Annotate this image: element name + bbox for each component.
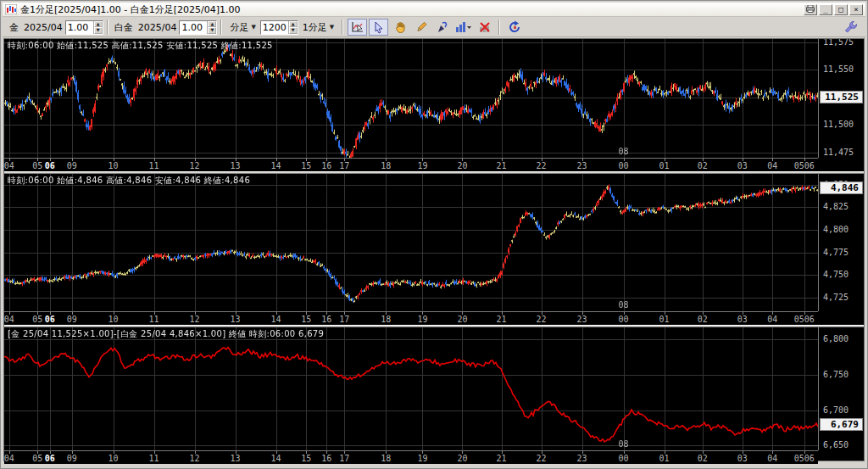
x-axis-label: 11 bbox=[149, 161, 159, 170]
x-axis-label: 02 bbox=[698, 454, 708, 463]
x-axis-label: 06 bbox=[45, 454, 55, 463]
gold-multiplier-stepper[interactable]: 1.00 ▲▼ bbox=[65, 20, 103, 35]
y-axis-label: 4,750 bbox=[823, 270, 849, 279]
bar-type-dropdown[interactable]: 分足 ▼ bbox=[227, 20, 258, 35]
select-arrow-icon bbox=[372, 20, 386, 34]
gold-label: 金 bbox=[9, 21, 19, 34]
date-label: 08 bbox=[619, 439, 629, 449]
x-axis-label: 04 bbox=[767, 161, 777, 170]
print-button[interactable] bbox=[804, 4, 817, 15]
chart-cursor-button[interactable] bbox=[348, 19, 367, 36]
chart-style-button[interactable] bbox=[453, 19, 473, 36]
toolbar-separator bbox=[342, 20, 343, 35]
y-axis-label: 11,500 bbox=[823, 120, 854, 129]
maximize-button[interactable]: □ bbox=[834, 4, 848, 15]
bar-count-value[interactable]: 1200 bbox=[261, 21, 288, 34]
x-axis-label: 11 bbox=[149, 315, 159, 324]
x-axis-label: 00 bbox=[619, 454, 629, 463]
x-axis-label: 09 bbox=[67, 161, 77, 170]
bar-chart-icon bbox=[455, 20, 472, 34]
spread-chart-panel: [金 25/04 11,525×1.00]-[白金 25/04 4,846×1.… bbox=[4, 327, 864, 464]
x-axis-label: 15 bbox=[301, 454, 311, 463]
y-axis-label: 11,550 bbox=[823, 64, 854, 74]
select-tool-button[interactable] bbox=[369, 19, 388, 36]
x-axis-label: 05 bbox=[32, 454, 42, 463]
x-axis-label: 15 bbox=[301, 161, 311, 170]
x-axis-label: 02 bbox=[698, 161, 708, 170]
minimize-button[interactable]: _ bbox=[819, 4, 832, 15]
spread-time-axis: 0405060910111213141516171819202122230001… bbox=[4, 450, 818, 464]
x-axis-label: 04 bbox=[4, 315, 14, 324]
interval-dropdown[interactable]: 1分足 ▼ bbox=[300, 20, 337, 35]
toolbar: 金 2025/04 1.00 ▲▼ 白金 2025/04 1.00 ▲▼ 分足 … bbox=[3, 18, 865, 37]
refresh-button[interactable] bbox=[504, 19, 524, 36]
x-axis-label: 06 bbox=[45, 315, 55, 324]
x-axis-label: 02 bbox=[698, 315, 708, 324]
x-axis-label: 15 bbox=[301, 315, 311, 324]
platinum-multiplier-arrows[interactable]: ▲▼ bbox=[207, 21, 216, 34]
x-axis-label: 16 bbox=[321, 454, 331, 463]
platinum-candle-canvas[interactable] bbox=[4, 174, 818, 311]
x-axis-label: 16 bbox=[321, 315, 331, 324]
delete-indicator-button[interactable] bbox=[475, 19, 494, 36]
x-axis-label: 11 bbox=[149, 454, 159, 463]
chart-window: 金1分足[2025/04]1.00 - 白金1分足[2025/04]1.00 _… bbox=[0, 0, 868, 469]
y-axis-label: 6,750 bbox=[823, 370, 849, 379]
x-axis-label: 18 bbox=[381, 315, 391, 324]
x-axis-label: 03 bbox=[737, 454, 748, 463]
platinum-multiplier-value[interactable]: 1.00 bbox=[180, 21, 207, 34]
y-axis-label: 4,725 bbox=[823, 293, 849, 302]
x-axis-label: 09 bbox=[67, 315, 77, 324]
date-label: 08 bbox=[619, 147, 629, 156]
pan-tool-button[interactable] bbox=[390, 19, 409, 36]
delete-chart-icon bbox=[478, 20, 492, 34]
y-axis-label: 6,700 bbox=[823, 405, 849, 415]
pencil-tool-button[interactable] bbox=[411, 19, 431, 36]
x-axis-label: 14 bbox=[271, 161, 281, 170]
x-axis-label: 14 bbox=[271, 454, 281, 463]
chevron-down-icon: ▼ bbox=[251, 24, 255, 31]
x-axis-label: 22 bbox=[537, 315, 547, 324]
gold-plot[interactable]: 08 bbox=[4, 39, 818, 158]
pencil-icon bbox=[415, 20, 428, 34]
x-axis-label: 01 bbox=[659, 315, 670, 324]
platinum-chart-panel: 時刻:06:00 始値:4,846 高値:4,846 安値:4,846 終値:4… bbox=[4, 174, 864, 325]
x-axis-label: 21 bbox=[497, 161, 507, 170]
spread-plot[interactable]: 08 bbox=[4, 327, 818, 450]
y-axis-label: 4,825 bbox=[823, 202, 849, 211]
x-axis-label: 10 bbox=[108, 454, 119, 463]
gold-time-axis: 0405060910111213141516171819202122230001… bbox=[4, 158, 818, 171]
spread-line-canvas[interactable] bbox=[4, 327, 818, 450]
gold-multiplier-value[interactable]: 1.00 bbox=[66, 21, 93, 34]
x-axis-label: 03 bbox=[737, 161, 748, 170]
window-title: 金1分足[2025/04]1.00 - 白金1分足[2025/04]1.00 bbox=[20, 3, 241, 16]
close-button[interactable]: × bbox=[849, 4, 863, 15]
x-axis-label: 0506 bbox=[794, 161, 815, 170]
platinum-plot[interactable]: 08 bbox=[4, 174, 818, 311]
x-axis-label: 18 bbox=[381, 161, 391, 170]
bar-count-stepper[interactable]: 1200 ▲▼ bbox=[260, 20, 298, 35]
platinum-month: 2025/04 bbox=[138, 22, 177, 33]
settings-button[interactable] bbox=[841, 19, 860, 36]
platinum-time-axis: 0405060910111213141516171819202122230001… bbox=[4, 311, 818, 325]
x-axis-label: 14 bbox=[271, 315, 281, 324]
toolbar-separator bbox=[498, 20, 500, 35]
y-axis-label: 6,800 bbox=[823, 334, 849, 343]
pen-draw-tool-button[interactable] bbox=[432, 19, 452, 36]
x-axis-label: 03 bbox=[737, 315, 748, 324]
x-axis-label: 09 bbox=[67, 454, 77, 463]
x-axis-label: 04 bbox=[4, 161, 14, 170]
x-axis-label: 13 bbox=[231, 454, 241, 463]
x-axis-label: 06 bbox=[45, 161, 55, 170]
hand-icon bbox=[393, 20, 407, 34]
gold-multiplier-arrows[interactable]: ▲▼ bbox=[93, 21, 103, 34]
x-axis-label: 23 bbox=[577, 161, 587, 170]
x-axis-label: 12 bbox=[190, 315, 200, 324]
x-axis-label: 12 bbox=[190, 454, 200, 463]
y-axis-label: 6,650 bbox=[823, 440, 849, 449]
platinum-price-axis: 4,8504,8254,8004,7754,7504,7254,846 bbox=[818, 174, 864, 311]
current-price-box: 4,846 bbox=[820, 181, 863, 194]
gold-candle-canvas[interactable] bbox=[4, 39, 818, 158]
platinum-multiplier-stepper[interactable]: 1.00 ▲▼ bbox=[179, 20, 217, 35]
bar-count-arrows[interactable]: ▲▼ bbox=[288, 21, 298, 34]
